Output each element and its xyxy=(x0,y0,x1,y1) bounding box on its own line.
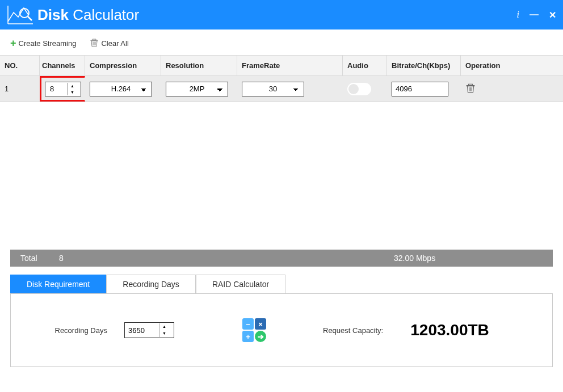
multiply-icon: × xyxy=(255,318,266,330)
clear-all-button[interactable]: Clear All xyxy=(90,38,128,49)
col-no: NO. xyxy=(0,56,40,75)
window-controls: i — ✕ xyxy=(517,10,556,20)
channels-stepper[interactable]: ▲▼ xyxy=(45,82,81,96)
trash-icon xyxy=(90,38,99,49)
trash-icon xyxy=(465,83,476,93)
col-operation: Operation xyxy=(461,56,563,75)
total-bitrate: 32.00 Mbps xyxy=(394,254,435,263)
chevron-down-icon[interactable]: ▼ xyxy=(68,89,77,95)
close-button[interactable]: ✕ xyxy=(549,10,556,20)
totals-bar: Total 8 32.00 Mbps xyxy=(10,250,553,267)
col-audio: Audio xyxy=(343,56,387,75)
streams-grid: NO. Channels Compression Resolution Fram… xyxy=(0,55,563,102)
arrow-right-icon: ➔ xyxy=(255,331,266,342)
recording-days-label: Recording Days xyxy=(39,326,107,335)
grid-empty-area xyxy=(0,102,563,250)
plus-icon: + xyxy=(10,37,16,49)
bitrate-input[interactable] xyxy=(392,82,448,96)
plus-icon: + xyxy=(242,331,254,342)
info-button[interactable]: i xyxy=(517,10,519,20)
audio-toggle[interactable] xyxy=(347,83,371,95)
chart-search-icon xyxy=(7,5,34,25)
tab-recording-days[interactable]: Recording Days xyxy=(106,275,196,293)
clear-all-label: Clear All xyxy=(101,39,128,48)
resolution-select[interactable]: 2MP xyxy=(166,82,228,96)
chevron-up-icon[interactable]: ▲ xyxy=(159,323,169,330)
toolbar: + Create Streaming Clear All xyxy=(0,29,563,55)
app-title: Disk Calculator xyxy=(37,6,139,24)
create-streaming-label: Create Streaming xyxy=(19,39,77,48)
tab-panel-disk: Recording Days ▲▼ − × + ➔ Request Capaci… xyxy=(10,293,553,367)
create-streaming-button[interactable]: + Create Streaming xyxy=(10,37,76,49)
minimize-button[interactable]: — xyxy=(530,10,539,20)
svg-line-3 xyxy=(28,16,32,20)
framerate-select[interactable]: 30 xyxy=(242,82,304,96)
titlebar: Disk Calculator i — ✕ xyxy=(0,0,563,29)
tabs: Disk Requirement Recording Days RAID Cal… xyxy=(10,275,553,293)
minus-icon: − xyxy=(242,318,254,330)
total-channels: 8 xyxy=(59,254,394,263)
request-capacity-value: 1203.00TB xyxy=(410,321,489,339)
compression-select[interactable]: H.264 xyxy=(90,82,152,96)
delete-row-button[interactable] xyxy=(465,83,476,95)
recording-days-input[interactable] xyxy=(125,326,159,335)
request-capacity-label: Request Capacity: xyxy=(323,326,383,335)
channels-cell-highlight: ▲▼ xyxy=(40,76,85,102)
total-label: Total xyxy=(20,254,59,263)
channels-input[interactable] xyxy=(45,85,67,93)
calc-section: Disk Requirement Recording Days RAID Cal… xyxy=(10,275,553,367)
col-compression: Compression xyxy=(85,56,161,75)
tab-raid-calculator[interactable]: RAID Calculator xyxy=(196,275,285,293)
tab-disk-requirement[interactable]: Disk Requirement xyxy=(10,275,106,293)
chevron-down-icon[interactable]: ▼ xyxy=(159,330,169,337)
col-resolution: Resolution xyxy=(161,56,237,75)
app-logo: Disk Calculator xyxy=(7,5,139,25)
calculator-icon: − × + ➔ xyxy=(242,318,266,342)
row-no: 1 xyxy=(0,82,40,95)
chevron-up-icon[interactable]: ▲ xyxy=(68,83,77,89)
recording-days-stepper[interactable]: ▲▼ xyxy=(124,322,174,338)
col-channels: Channels xyxy=(40,56,85,75)
grid-header: NO. Channels Compression Resolution Fram… xyxy=(0,56,563,76)
col-bitrate: Bitrate/Ch(Kbps) xyxy=(387,56,461,75)
table-row: 1 ▲▼ H.264 2MP 30 xyxy=(0,76,563,102)
col-framerate: FrameRate xyxy=(237,56,343,75)
